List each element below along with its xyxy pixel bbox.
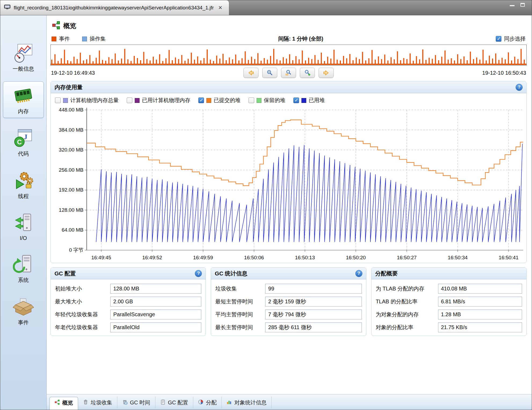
memory-icon	[13, 85, 34, 106]
overview-tab-icon	[54, 400, 60, 406]
svg-text:192.00 MB: 192.00 MB	[59, 187, 83, 193]
tlab-memory-field[interactable]: 410.08 MB	[438, 284, 522, 294]
page-title: 概览	[63, 21, 76, 30]
object-rate-field[interactable]: 21.75 KB/s	[438, 322, 522, 332]
series-swatch	[206, 98, 211, 103]
tab-label: 对象统计信息	[234, 399, 267, 406]
checkbox[interactable]	[249, 98, 254, 103]
toggle-used-heap[interactable]: 已用堆	[293, 97, 325, 104]
checkbox[interactable]	[127, 98, 132, 103]
pie-chart-icon	[198, 399, 203, 406]
close-icon[interactable]: ✕	[217, 4, 224, 11]
min-pause-field[interactable]: 2 毫秒 159 微秒	[265, 297, 362, 307]
sidebar-item-system[interactable]: 系统	[3, 250, 44, 287]
series-toggles: 计算机物理内存总量 已用计算机物理内存 已提交的堆	[51, 93, 526, 106]
jmc-window: flight_recording_180131iogithubkimmkingg…	[0, 0, 532, 410]
sidebar-item-label: 系统	[18, 276, 29, 284]
series-swatch	[135, 98, 140, 103]
memory-chart[interactable]: 448.00 MB384.00 MB320.00 MB256.00 MB192.…	[51, 106, 526, 263]
max-heap-size-field[interactable]: 2.00 GB	[110, 297, 201, 307]
object-stats-icon	[227, 399, 232, 406]
sidebar-item-label: 线程	[18, 193, 29, 200]
sidebar-item-events[interactable]: 事件	[3, 293, 44, 329]
gc-stats-panel: GC 统计信息 ? 垃圾收集 99 最短主暂停时间 2 毫秒 159 微秒 平均…	[211, 267, 366, 336]
sidebar-item-io[interactable]: I/O	[3, 209, 44, 244]
field-label: 为对象分配的内存	[376, 311, 434, 318]
editor-tabbar: flight_recording_180131iogithubkimmkingg…	[0, 0, 532, 15]
field-label: 对象的分配比率	[376, 324, 434, 331]
sidebar-item-threads[interactable]: 线程	[3, 166, 44, 203]
tab-overview[interactable]: 概览	[49, 397, 78, 410]
help-icon[interactable]: ?	[355, 270, 362, 277]
tlab-rate-field[interactable]: 6.81 MB/s	[438, 297, 522, 307]
overview-icon	[52, 21, 60, 30]
sidebar-item-label: I/O	[20, 235, 27, 241]
opset-legend-swatch	[82, 37, 87, 41]
sync-selection-toggle[interactable]: 同步选择	[496, 35, 526, 42]
minimize-icon[interactable]	[510, 5, 515, 6]
sidebar-item-code[interactable]: J C 代码	[3, 124, 44, 160]
tab-allocation[interactable]: 分配	[193, 397, 222, 408]
general-info-icon	[13, 42, 34, 63]
recording-file-tab[interactable]: flight_recording_180131iogithubkimmkingg…	[0, 0, 229, 15]
gc-count-field[interactable]: 99	[265, 284, 362, 294]
svg-text:64.00 MB: 64.00 MB	[62, 227, 83, 233]
field-label: 平均主暂停时间	[215, 311, 261, 318]
checkbox[interactable]	[55, 98, 61, 103]
maximize-icon[interactable]	[520, 3, 525, 7]
zoom-out-button[interactable]	[262, 68, 277, 78]
field-label: 年老代垃圾收集器	[55, 324, 107, 331]
zoom-in-button[interactable]	[300, 68, 315, 78]
field-label: 初始堆大小	[55, 285, 107, 292]
sidebar-item-label: 一般信息	[13, 65, 34, 73]
toggle-physical-total[interactable]: 计算机物理内存总量	[55, 97, 119, 104]
checkbox[interactable]	[293, 98, 299, 103]
toggle-physical-used[interactable]: 已用计算机物理内存	[127, 97, 190, 104]
field-label: TLAB 的分配比率	[376, 298, 434, 305]
series-swatch	[301, 98, 306, 103]
nav-back-button[interactable]	[243, 68, 258, 78]
memory-panel-title: 内存使用量	[54, 84, 83, 91]
tab-garbage-collection[interactable]: 垃圾收集	[78, 397, 117, 408]
code-icon: J C	[13, 127, 34, 148]
help-icon[interactable]: ?	[195, 270, 202, 277]
gc-stats-title: GC 统计信息	[215, 270, 247, 277]
svg-text:16:50:20: 16:50:20	[346, 255, 366, 260]
tab-title: flight_recording_180131iogithubkimmkingg…	[14, 5, 214, 11]
toggle-reserved-heap[interactable]: 保留的堆	[249, 97, 285, 104]
toggle-committed-heap[interactable]: 已提交的堆	[198, 97, 241, 104]
tab-gc-configuration[interactable]: GC 配置	[155, 397, 194, 408]
trash-clock-icon	[122, 399, 127, 406]
sidebar-item-label: 代码	[18, 150, 29, 157]
sidebar: 一般信息	[0, 15, 47, 410]
checkbox[interactable]	[198, 98, 204, 103]
svg-text:256.00 MB: 256.00 MB	[59, 167, 83, 173]
max-pause-field[interactable]: 285 毫秒 611 微秒	[265, 322, 362, 332]
field-label: 最短主暂停时间	[215, 298, 261, 305]
young-gc-field[interactable]: ParallelScavenge	[110, 310, 201, 319]
nav-forward-button[interactable]	[319, 68, 334, 78]
io-icon	[13, 212, 34, 233]
timeline-end-timestamp: 19-12-10 16:50:43	[482, 70, 526, 76]
field-label: 年轻代垃圾收集器	[55, 311, 107, 318]
zoom-selection-button[interactable]	[281, 68, 296, 78]
sync-checkbox[interactable]	[496, 36, 501, 42]
allocation-summary-panel: 分配概要 为 TLAB 分配的内存 410.08 MB TLAB 的分配比率 6…	[371, 267, 527, 336]
svg-text:J: J	[24, 133, 27, 141]
interval-label: 间隔: 1 分钟 (全部)	[278, 35, 323, 42]
avg-pause-field[interactable]: 7 毫秒 794 微秒	[265, 310, 362, 319]
tab-label: 垃圾收集	[91, 399, 112, 406]
sidebar-item-memory[interactable]: 内存	[3, 81, 44, 118]
svg-text:16:49:52: 16:49:52	[142, 255, 162, 260]
event-timeline-strip[interactable]	[50, 45, 527, 66]
tab-gc-times[interactable]: GC 时间	[117, 397, 155, 408]
help-icon[interactable]: ?	[516, 84, 523, 91]
series-swatch	[63, 98, 68, 103]
svg-text:320.00 MB: 320.00 MB	[59, 147, 83, 153]
initial-heap-size-field[interactable]: 128.00 MB	[110, 284, 201, 294]
object-memory-field[interactable]: 1.28 MB	[438, 310, 522, 319]
old-gc-field[interactable]: ParallelOld	[110, 322, 201, 332]
sidebar-item-general-info[interactable]: 一般信息	[3, 39, 44, 75]
tab-object-statistics[interactable]: 对象统计信息	[222, 397, 272, 408]
trash-icon	[83, 399, 88, 406]
